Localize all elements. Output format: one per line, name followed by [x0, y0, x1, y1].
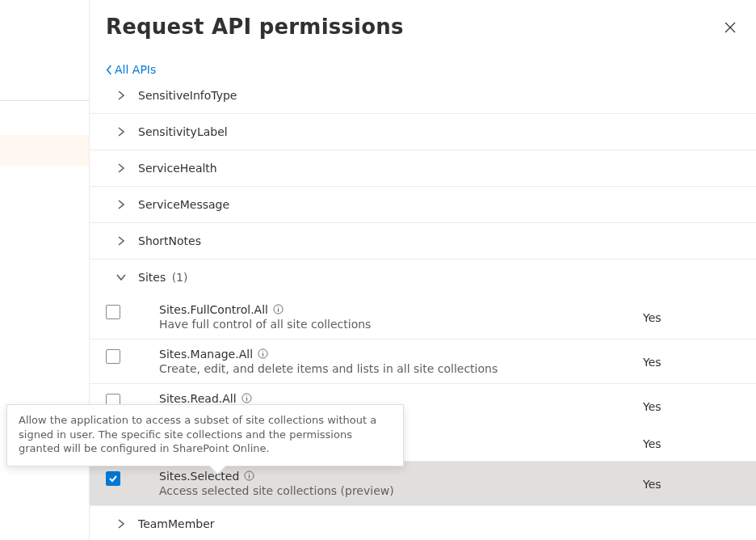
group-name: ShortNotes: [138, 234, 201, 247]
svg-point-1: [278, 306, 279, 307]
close-button[interactable]: [717, 15, 743, 40]
close-icon: [724, 22, 736, 33]
group-header[interactable]: TeamMember: [90, 506, 756, 541]
chevron-right-icon: [116, 90, 127, 101]
group-teammember: TeamMember: [90, 506, 756, 541]
back-label: All APIs: [115, 63, 156, 76]
admin-consent-value: Yes: [643, 303, 740, 324]
group-sensitivitylabel: SensitivityLabel: [90, 114, 756, 150]
nav-highlight: [0, 135, 89, 166]
group-servicemessage: ServiceMessage: [90, 187, 756, 223]
group-name: ServiceHealth: [138, 162, 217, 175]
group-header[interactable]: ServiceHealth: [90, 150, 756, 186]
permission-description: Have full control of all site collection…: [159, 318, 643, 331]
group-header[interactable]: Sites (1): [90, 259, 756, 295]
permission-body: Sites.Selected Access selected site coll…: [120, 470, 643, 497]
admin-consent-value: Yes: [643, 429, 740, 450]
group-header[interactable]: SensitivityLabel: [90, 114, 756, 150]
permission-groups: SensitiveInfoType SensitivityLabel Servi…: [90, 78, 756, 541]
svg-point-3: [262, 351, 263, 352]
info-icon[interactable]: [273, 304, 284, 314]
permission-name: Sites.Selected: [159, 470, 239, 483]
permission-name-line: Sites.FullControl.All: [159, 303, 643, 316]
group-header[interactable]: ShortNotes: [90, 223, 756, 259]
group-sites: Sites (1) Sites.FullControl.All Have ful…: [90, 259, 756, 506]
permission-name-line: Sites.Read.All: [159, 392, 643, 405]
permission-name: Sites.FullControl.All: [159, 303, 268, 316]
permission-checkbox[interactable]: [106, 305, 120, 319]
permission-name: Sites.Read.All: [159, 392, 237, 405]
tooltip-text: Allow the application to access a subset…: [19, 414, 376, 454]
group-shortnotes: ShortNotes: [90, 223, 756, 259]
page-title: Request API permissions: [106, 15, 404, 39]
chevron-right-icon: [116, 162, 127, 174]
info-icon[interactable]: [244, 470, 254, 481]
divider: [0, 100, 89, 101]
admin-consent-value: Yes: [643, 470, 740, 491]
group-name: TeamMember: [138, 517, 215, 530]
permission-body: Sites.FullControl.All Have full control …: [120, 303, 643, 331]
chevron-right-icon: [116, 199, 127, 210]
permission-row: Sites.Manage.All Create, edit, and delet…: [90, 340, 756, 384]
permission-name-line: Sites.Selected: [159, 470, 643, 483]
chevron-right-icon: [116, 518, 127, 529]
chevron-left-icon: [106, 65, 113, 75]
admin-consent-value: Yes: [643, 392, 740, 413]
back-all-apis-link[interactable]: All APIs: [90, 40, 156, 76]
permission-checkbox[interactable]: [106, 349, 120, 364]
group-name: SensitivityLabel: [138, 125, 228, 138]
chevron-right-icon: [116, 235, 127, 247]
group-count: (1): [172, 271, 188, 284]
permission-body: Sites.Read.All: [120, 392, 643, 405]
info-tooltip: Allow the application to access a subset…: [6, 404, 404, 466]
group-header[interactable]: SensitiveInfoType: [90, 78, 756, 113]
group-name: SensitiveInfoType: [138, 89, 237, 102]
permission-name: Sites.Manage.All: [159, 348, 253, 361]
permission-row-selected: Sites.Selected Access selected site coll…: [90, 462, 756, 506]
group-name: ServiceMessage: [138, 198, 229, 211]
panel-header: Request API permissions: [90, 15, 756, 40]
chevron-down-icon: [116, 272, 127, 283]
group-name: Sites: [138, 271, 166, 284]
group-servicehealth: ServiceHealth: [90, 150, 756, 187]
group-header[interactable]: ServiceMessage: [90, 187, 756, 222]
svg-point-7: [249, 473, 250, 474]
group-sensitiveinfotype: SensitiveInfoType: [90, 78, 756, 114]
permission-description: Access selected site collections (previe…: [159, 484, 643, 497]
info-icon[interactable]: [242, 393, 252, 403]
svg-point-5: [246, 395, 247, 396]
checkmark-icon: [108, 474, 118, 483]
group-name-wrapper: Sites (1): [138, 271, 187, 284]
admin-consent-value: Yes: [643, 348, 740, 369]
permission-checkbox[interactable]: [106, 471, 120, 486]
permission-row: Sites.FullControl.All Have full control …: [90, 295, 756, 340]
permission-body: Sites.Manage.All Create, edit, and delet…: [120, 348, 643, 375]
chevron-right-icon: [116, 126, 127, 137]
info-icon[interactable]: [258, 348, 268, 359]
permission-description: Create, edit, and delete items and lists…: [159, 362, 643, 375]
permission-name-line: Sites.Manage.All: [159, 348, 643, 361]
